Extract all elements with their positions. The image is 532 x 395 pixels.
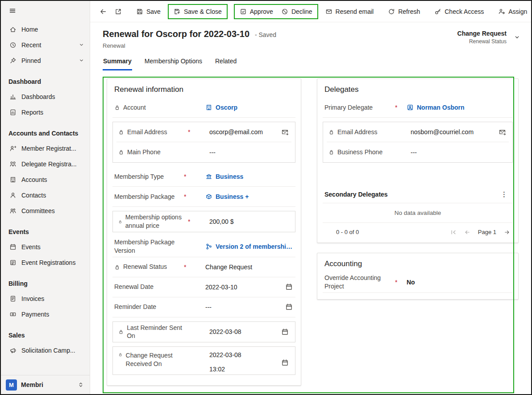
tab-summary[interactable]: Summary (103, 55, 132, 70)
sidebar-item-label: Payments (21, 311, 49, 318)
resend-email-label: Resend email (336, 8, 374, 15)
sidebar-item-home[interactable]: Home (1, 21, 90, 37)
tab-related[interactable]: Related (215, 55, 237, 70)
required-marker: * (395, 104, 407, 111)
chevron-down-icon[interactable] (79, 58, 84, 63)
sidebar-item-events[interactable]: Events (1, 239, 90, 255)
locked-field-group: Email Address * oscorp@email.com Main Ph… (112, 122, 295, 163)
header-status-label: Renewal Status (457, 38, 507, 45)
package-version-lookup-link[interactable]: Version 2 of membership packag... (205, 243, 294, 250)
back-icon (100, 8, 107, 15)
person-add-icon (9, 145, 17, 152)
sidebar-item-delegate-registrations[interactable]: Delegate Registra... (1, 156, 90, 172)
sidebar-item-label: Accounts (21, 176, 47, 183)
primary-delegate-lookup-link[interactable]: Norman Osborn (407, 104, 465, 111)
subgrid-title: Secondary Delegates (324, 191, 388, 198)
membership-type-lookup-link[interactable]: Business (205, 173, 243, 180)
field-row-package-version: Membership Package Version Version 2 of … (112, 236, 295, 257)
subgrid-pagination: 0 - 0 of 0 Page 1 (323, 223, 513, 236)
save-and-close-button[interactable]: Save & Close (170, 5, 226, 18)
secondary-delegates-header: Secondary Delegates ⋮ (323, 188, 513, 203)
membership-package-lookup-link[interactable]: Business + (205, 193, 249, 200)
next-page-icon[interactable] (504, 229, 510, 235)
first-page-icon[interactable] (450, 229, 457, 235)
header-status-field[interactable]: Change Request Renewal Status (457, 29, 520, 45)
field-label: Membership Package (114, 193, 175, 201)
hamburger-icon (9, 7, 16, 14)
sidebar-item-payments[interactable]: Payments (1, 306, 90, 322)
app-avatar: M (6, 379, 17, 391)
sidebar-item-accounts[interactable]: Accounts (1, 172, 90, 187)
command-bar: Save Save & Close Approve Decline Resend… (90, 1, 531, 22)
annotation-highlight-save-close: Save & Close (168, 4, 228, 19)
sidebar-item-reports[interactable]: Reports (1, 104, 90, 120)
page-header: Renewal for Oscorp for 2022-03-10 - Save… (90, 22, 531, 49)
calendar-icon[interactable] (281, 328, 289, 336)
clock-icon (9, 41, 17, 49)
lock-icon (328, 129, 334, 135)
save-close-icon (174, 8, 181, 15)
home-icon (9, 26, 17, 33)
lock-icon (114, 105, 120, 111)
send-email-icon[interactable] (499, 128, 506, 136)
sidebar-item-dashboards[interactable]: Dashboards (1, 89, 90, 104)
refresh-button[interactable]: Refresh (384, 5, 424, 18)
decline-label: Decline (291, 8, 312, 15)
required-marker: * (184, 173, 205, 180)
field-value: Change Request (205, 263, 252, 271)
resend-email-button[interactable]: Resend email (321, 5, 378, 18)
record-range: 0 - 0 of 0 (336, 229, 359, 235)
account-lookup-link[interactable]: Oscorp (205, 104, 237, 111)
bank-icon (205, 173, 212, 180)
sidebar-item-member-registrations[interactable]: Member Registrat... (1, 140, 90, 156)
assign-button[interactable]: Assign (494, 5, 531, 18)
tab-membership-options[interactable]: Membership Options (144, 55, 203, 70)
app-switcher[interactable]: M Membri (1, 375, 90, 394)
decline-button[interactable]: Decline (277, 5, 316, 18)
open-record-set-button[interactable] (111, 5, 126, 18)
locked-field-group: Change Request Received On 2022-03-08 13… (112, 346, 295, 375)
sidebar-item-solicitation-campaigns[interactable]: Solicitation Camp... (1, 342, 90, 358)
sidebar-section-billing: Billing (1, 277, 90, 291)
sidebar-item-committees[interactable]: Committees (1, 203, 90, 218)
sidebar-item-label: Delegate Registra... (21, 160, 77, 168)
sidebar-section-accounts-contacts: Accounts and Contacts (1, 127, 90, 140)
subgrid-more-button[interactable]: ⋮ (497, 190, 511, 198)
sidebar-item-event-registrations[interactable]: Event Registrations (1, 255, 90, 270)
previous-page-icon[interactable] (464, 229, 470, 235)
chevron-updown-icon[interactable] (78, 382, 84, 388)
calendar-icon[interactable] (281, 359, 289, 366)
chevron-down-icon[interactable] (79, 42, 84, 48)
refresh-icon (388, 8, 395, 15)
field-label: Primary Delegate (324, 103, 373, 112)
back-button[interactable] (96, 5, 111, 18)
sidebar-item-label: Event Registrations (21, 259, 75, 266)
sidebar-item-label: Recent (21, 41, 41, 49)
check-access-button[interactable]: Check Access (430, 5, 488, 18)
field-label: Renewal Status (123, 263, 167, 271)
sidebar-item-invoices[interactable]: Invoices (1, 291, 90, 306)
approve-icon (240, 8, 247, 15)
card-title: Renewal information (112, 82, 295, 98)
invoice-icon (9, 295, 17, 302)
lock-icon (118, 129, 124, 135)
approve-button[interactable]: Approve (236, 5, 277, 18)
sidebar-nav: Home Recent Pinned Dashboard Dashboards … (1, 21, 90, 375)
report-icon (9, 109, 17, 116)
required-marker: * (184, 193, 205, 200)
send-email-icon[interactable] (281, 128, 289, 136)
calendar-icon[interactable] (285, 283, 293, 291)
field-row-annual-price: Membership options annual price * 200,00… (116, 211, 291, 232)
sidebar-item-contacts[interactable]: Contacts (1, 187, 90, 203)
save-icon (136, 8, 143, 15)
field-label: Account (123, 103, 146, 112)
hamburger-menu-button[interactable] (1, 1, 90, 21)
save-button[interactable]: Save (132, 5, 165, 18)
calendar-icon[interactable] (285, 303, 293, 311)
chevron-down-icon[interactable] (514, 34, 520, 41)
sidebar-item-recent[interactable]: Recent (1, 37, 90, 53)
sidebar-item-pinned[interactable]: Pinned (1, 53, 90, 68)
assign-label: Assign (508, 8, 527, 15)
main-panel: Save Save & Close Approve Decline Resend… (90, 1, 531, 394)
sidebar-section-events: Events (1, 226, 90, 239)
